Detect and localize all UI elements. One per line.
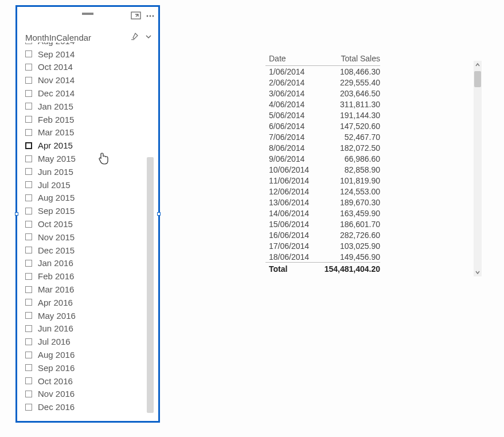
slicer-item-label: Oct 2015 xyxy=(38,219,73,229)
checkbox-icon[interactable] xyxy=(25,42,32,44)
checkbox-icon[interactable] xyxy=(25,233,32,240)
checkbox-icon[interactable] xyxy=(25,155,32,162)
checkbox-icon[interactable] xyxy=(25,181,32,188)
slicer-item[interactable]: Dec 2015 xyxy=(22,244,155,257)
cell-sales: 189,670.30 xyxy=(317,197,380,208)
slicer-item-label: Apr 2016 xyxy=(38,298,73,307)
checkbox-icon[interactable] xyxy=(25,208,32,214)
cell-date: 7/06/2014 xyxy=(265,131,317,142)
resize-handle-right[interactable] xyxy=(157,212,161,216)
svg-point-1 xyxy=(147,15,149,17)
slicer-item[interactable]: Sep 2016 xyxy=(22,361,155,374)
table-row: 17/06/2014103,025.90 xyxy=(265,240,380,251)
checkbox-icon[interactable] xyxy=(25,299,32,306)
slicer-item[interactable]: Aug 2014 xyxy=(22,42,155,48)
cell-sales: 203,646.50 xyxy=(317,88,380,99)
checkbox-icon[interactable] xyxy=(25,391,32,397)
checkbox-icon[interactable] xyxy=(25,90,32,97)
resize-handle-left[interactable] xyxy=(15,212,18,216)
slicer-item[interactable]: Dec 2014 xyxy=(22,87,155,100)
slicer-item-label: May 2016 xyxy=(38,311,76,321)
scroll-down-icon[interactable] xyxy=(474,268,482,276)
svg-point-3 xyxy=(153,15,154,17)
slicer-item[interactable]: Oct 2014 xyxy=(22,61,155,74)
cell-sales: 66,986.60 xyxy=(317,153,380,164)
slicer-item[interactable]: Jun 2016 xyxy=(22,322,155,335)
table-row: 2/06/2014229,555.40 xyxy=(265,77,380,88)
svg-point-2 xyxy=(150,15,151,17)
checkbox-icon[interactable] xyxy=(25,103,32,110)
slicer-item[interactable]: Nov 2015 xyxy=(22,231,155,244)
checkbox-icon[interactable] xyxy=(25,286,32,293)
table-row: 13/06/2014189,670.30 xyxy=(265,197,380,208)
slicer-item[interactable]: Oct 2015 xyxy=(22,217,155,231)
checkbox-icon[interactable] xyxy=(25,338,32,345)
slicer-item[interactable]: Nov 2016 xyxy=(22,388,155,401)
cell-sales: 149,456.90 xyxy=(317,251,380,263)
slicer-item[interactable]: Feb 2015 xyxy=(22,113,155,126)
table-row: 3/06/2014203,646.50 xyxy=(265,88,380,99)
checkbox-icon[interactable] xyxy=(25,325,32,332)
slicer-item[interactable]: Sep 2014 xyxy=(22,48,155,61)
checkbox-icon[interactable] xyxy=(25,364,32,371)
slicer-list[interactable]: Aug 2014Sep 2014Oct 2014Nov 2014Dec 2014… xyxy=(22,42,155,418)
col-totalsales[interactable]: Total Sales xyxy=(317,53,380,66)
slicer-item[interactable]: Sep 2015 xyxy=(22,204,155,217)
slicer-item[interactable]: Dec 2016 xyxy=(22,400,155,413)
slicer-item[interactable]: Jan 2016 xyxy=(22,257,155,270)
slicer-item[interactable]: Jul 2016 xyxy=(22,335,155,348)
slicer-item-label: Oct 2016 xyxy=(38,376,73,386)
cell-date: 6/06/2014 xyxy=(265,120,317,131)
cell-sales: 147,520.60 xyxy=(317,120,380,131)
more-options-icon[interactable] xyxy=(146,11,155,21)
slicer-item[interactable]: Jul 2015 xyxy=(22,178,155,192)
svg-rect-0 xyxy=(131,12,140,19)
sales-table-visual[interactable]: Date Total Sales 1/06/2014108,466.302/06… xyxy=(265,53,483,275)
slicer-item-label: Nov 2015 xyxy=(38,232,75,242)
table-scrollbar[interactable] xyxy=(474,61,482,276)
checkbox-icon[interactable] xyxy=(25,221,32,228)
checkbox-icon[interactable] xyxy=(25,260,32,267)
drag-handle-icon[interactable] xyxy=(82,13,93,15)
slicer-item[interactable]: Mar 2015 xyxy=(22,126,155,139)
cell-sales: 163,459.90 xyxy=(317,208,380,219)
chevron-down-icon[interactable] xyxy=(144,33,153,42)
checkbox-icon[interactable] xyxy=(25,116,32,123)
slicer-item[interactable]: Apr 2016 xyxy=(22,296,155,309)
checkbox-icon[interactable] xyxy=(25,377,32,384)
checkbox-icon[interactable] xyxy=(25,404,32,411)
clear-selections-icon[interactable] xyxy=(130,32,139,43)
slicer-item-label: Jul 2015 xyxy=(38,180,71,190)
slicer-scrollbar[interactable] xyxy=(147,157,154,413)
checkbox-icon[interactable] xyxy=(25,273,32,280)
slicer-item[interactable]: Aug 2015 xyxy=(22,192,155,205)
slicer-item[interactable]: Feb 2016 xyxy=(22,270,155,283)
scroll-up-icon[interactable] xyxy=(474,61,482,69)
slicer-item[interactable]: May 2016 xyxy=(22,309,155,322)
slicer-item[interactable]: Jun 2015 xyxy=(22,165,155,178)
checkbox-icon[interactable] xyxy=(25,247,32,253)
slicer-item[interactable]: Oct 2016 xyxy=(22,374,155,388)
checkbox-icon[interactable] xyxy=(25,168,32,175)
checkbox-icon[interactable] xyxy=(25,64,32,71)
cell-sales: 124,553.00 xyxy=(317,186,380,197)
slicer-item[interactable]: Aug 2016 xyxy=(22,348,155,361)
col-date[interactable]: Date xyxy=(265,53,317,66)
checkbox-icon[interactable] xyxy=(25,50,32,57)
slicer-item[interactable]: Jan 2015 xyxy=(22,100,155,113)
checkbox-icon[interactable] xyxy=(25,312,32,319)
checkbox-icon[interactable] xyxy=(25,194,32,201)
table-row: 8/06/2014182,072.50 xyxy=(265,142,380,153)
checkbox-icon[interactable] xyxy=(25,77,32,84)
slicer-item[interactable]: Apr 2015 xyxy=(22,139,155,152)
slicer-item[interactable]: Nov 2014 xyxy=(22,73,155,87)
slicer-item[interactable]: May 2015 xyxy=(22,152,155,165)
slicer-item[interactable]: Mar 2016 xyxy=(22,283,155,296)
checkbox-icon[interactable] xyxy=(25,129,32,136)
checkbox-icon[interactable] xyxy=(25,142,32,149)
cell-sales: 82,858.90 xyxy=(317,164,380,175)
checkbox-icon[interactable] xyxy=(25,352,32,358)
scroll-thumb[interactable] xyxy=(474,71,481,87)
focus-mode-icon[interactable] xyxy=(131,11,141,21)
slicer-visual[interactable]: MonthInCalendar Aug 2014Sep 2014Oct 2014… xyxy=(15,5,160,423)
